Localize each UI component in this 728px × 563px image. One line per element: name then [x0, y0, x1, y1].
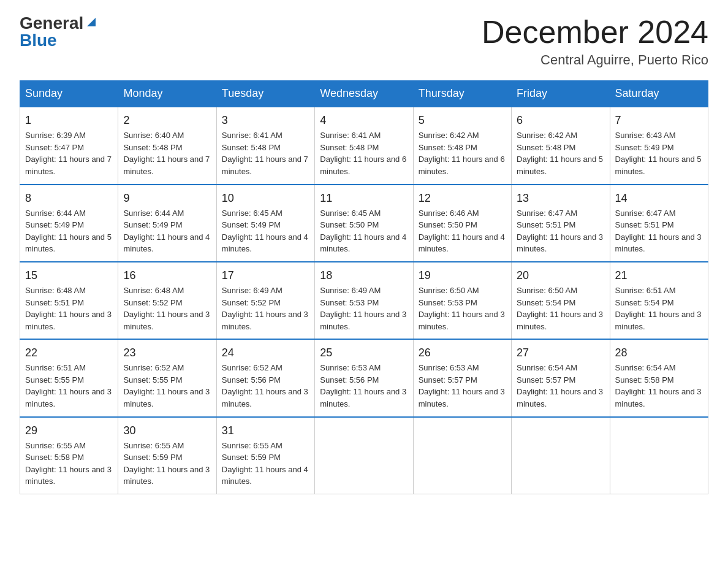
day-cell: 21Sunrise: 6:51 AMSunset: 5:54 PMDayligh…	[610, 262, 708, 339]
day-number: 18	[320, 267, 408, 283]
day-number: 15	[25, 267, 113, 283]
day-info: Sunrise: 6:52 AMSunset: 5:56 PMDaylight:…	[222, 363, 308, 408]
day-info: Sunrise: 6:39 AMSunset: 5:47 PMDaylight:…	[25, 131, 112, 176]
day-cell: 5Sunrise: 6:42 AMSunset: 5:48 PMDaylight…	[413, 107, 511, 184]
day-info: Sunrise: 6:55 AMSunset: 5:58 PMDaylight:…	[25, 441, 112, 486]
day-number: 13	[517, 190, 604, 206]
day-cell: 26Sunrise: 6:53 AMSunset: 5:57 PMDayligh…	[413, 339, 511, 416]
day-cell: 20Sunrise: 6:50 AMSunset: 5:54 PMDayligh…	[512, 262, 610, 339]
day-cell	[413, 417, 511, 494]
day-cell: 4Sunrise: 6:41 AMSunset: 5:48 PMDaylight…	[315, 107, 413, 184]
day-cell: 28Sunrise: 6:54 AMSunset: 5:58 PMDayligh…	[610, 339, 708, 416]
day-number: 24	[222, 345, 309, 361]
day-cell: 31Sunrise: 6:55 AMSunset: 5:59 PMDayligh…	[216, 417, 314, 494]
day-cell: 24Sunrise: 6:52 AMSunset: 5:56 PMDayligh…	[216, 339, 314, 416]
day-number: 27	[517, 345, 604, 361]
day-cell: 6Sunrise: 6:42 AMSunset: 5:48 PMDaylight…	[512, 107, 610, 184]
day-number: 1	[25, 112, 113, 128]
day-info: Sunrise: 6:54 AMSunset: 5:57 PMDaylight:…	[517, 363, 603, 408]
day-info: Sunrise: 6:53 AMSunset: 5:56 PMDaylight:…	[320, 363, 406, 408]
day-number: 8	[25, 190, 113, 206]
day-cell: 30Sunrise: 6:55 AMSunset: 5:59 PMDayligh…	[118, 417, 216, 494]
day-cell: 11Sunrise: 6:45 AMSunset: 5:50 PMDayligh…	[315, 185, 413, 262]
day-cell: 27Sunrise: 6:54 AMSunset: 5:57 PMDayligh…	[512, 339, 610, 416]
day-info: Sunrise: 6:55 AMSunset: 5:59 PMDaylight:…	[222, 441, 308, 486]
header-thursday: Thursday	[413, 81, 511, 107]
day-cell: 3Sunrise: 6:41 AMSunset: 5:48 PMDaylight…	[216, 107, 314, 184]
day-number: 5	[419, 112, 506, 128]
day-info: Sunrise: 6:41 AMSunset: 5:48 PMDaylight:…	[222, 131, 308, 176]
day-cell: 25Sunrise: 6:53 AMSunset: 5:56 PMDayligh…	[315, 339, 413, 416]
day-cell: 15Sunrise: 6:48 AMSunset: 5:51 PMDayligh…	[20, 262, 118, 339]
week-row-3: 15Sunrise: 6:48 AMSunset: 5:51 PMDayligh…	[20, 262, 708, 339]
day-info: Sunrise: 6:48 AMSunset: 5:52 PMDaylight:…	[123, 286, 210, 331]
logo-triangle-icon	[85, 15, 98, 29]
day-number: 12	[419, 190, 506, 206]
logo-general: General	[20, 15, 83, 32]
day-info: Sunrise: 6:47 AMSunset: 5:51 PMDaylight:…	[517, 209, 603, 254]
day-info: Sunrise: 6:42 AMSunset: 5:48 PMDaylight:…	[517, 131, 603, 176]
day-number: 29	[25, 423, 113, 439]
day-number: 3	[222, 112, 309, 128]
day-cell: 9Sunrise: 6:44 AMSunset: 5:49 PMDaylight…	[118, 185, 216, 262]
day-cell: 16Sunrise: 6:48 AMSunset: 5:52 PMDayligh…	[118, 262, 216, 339]
title-block: December 2024 Central Aguirre, Puerto Ri…	[482, 15, 708, 68]
day-number: 23	[123, 345, 211, 361]
day-number: 28	[615, 345, 703, 361]
day-cell: 18Sunrise: 6:49 AMSunset: 5:53 PMDayligh…	[315, 262, 413, 339]
day-info: Sunrise: 6:49 AMSunset: 5:53 PMDaylight:…	[320, 286, 406, 331]
day-cell: 19Sunrise: 6:50 AMSunset: 5:53 PMDayligh…	[413, 262, 511, 339]
logo-blue: Blue	[20, 32, 57, 49]
day-number: 17	[222, 267, 309, 283]
day-cell: 8Sunrise: 6:44 AMSunset: 5:49 PMDaylight…	[20, 185, 118, 262]
day-info: Sunrise: 6:51 AMSunset: 5:55 PMDaylight:…	[25, 363, 112, 408]
week-row-5: 29Sunrise: 6:55 AMSunset: 5:58 PMDayligh…	[20, 417, 708, 494]
day-info: Sunrise: 6:44 AMSunset: 5:49 PMDaylight:…	[25, 209, 112, 254]
day-info: Sunrise: 6:42 AMSunset: 5:48 PMDaylight:…	[419, 131, 505, 176]
day-cell	[512, 417, 610, 494]
week-row-1: 1Sunrise: 6:39 AMSunset: 5:47 PMDaylight…	[20, 107, 708, 184]
day-info: Sunrise: 6:44 AMSunset: 5:49 PMDaylight:…	[123, 209, 210, 254]
day-number: 16	[123, 267, 211, 283]
day-info: Sunrise: 6:48 AMSunset: 5:51 PMDaylight:…	[25, 286, 112, 331]
day-info: Sunrise: 6:45 AMSunset: 5:49 PMDaylight:…	[222, 209, 308, 254]
day-cell: 17Sunrise: 6:49 AMSunset: 5:52 PMDayligh…	[216, 262, 314, 339]
day-number: 25	[320, 345, 408, 361]
day-cell: 29Sunrise: 6:55 AMSunset: 5:58 PMDayligh…	[20, 417, 118, 494]
header-tuesday: Tuesday	[216, 81, 314, 107]
page-header: General Blue December 2024 Central Aguir…	[20, 15, 708, 68]
week-row-4: 22Sunrise: 6:51 AMSunset: 5:55 PMDayligh…	[20, 339, 708, 416]
day-number: 10	[222, 190, 309, 206]
day-number: 9	[123, 190, 211, 206]
header-wednesday: Wednesday	[315, 81, 413, 107]
day-info: Sunrise: 6:40 AMSunset: 5:48 PMDaylight:…	[123, 131, 210, 176]
week-row-2: 8Sunrise: 6:44 AMSunset: 5:49 PMDaylight…	[20, 185, 708, 262]
day-number: 14	[615, 190, 703, 206]
header-saturday: Saturday	[610, 81, 708, 107]
day-header-row: SundayMondayTuesdayWednesdayThursdayFrid…	[20, 81, 708, 107]
day-info: Sunrise: 6:49 AMSunset: 5:52 PMDaylight:…	[222, 286, 308, 331]
day-cell: 12Sunrise: 6:46 AMSunset: 5:50 PMDayligh…	[413, 185, 511, 262]
day-cell: 23Sunrise: 6:52 AMSunset: 5:55 PMDayligh…	[118, 339, 216, 416]
calendar-subtitle: Central Aguirre, Puerto Rico	[482, 52, 708, 68]
day-number: 6	[517, 112, 604, 128]
day-number: 11	[320, 190, 408, 206]
day-cell: 13Sunrise: 6:47 AMSunset: 5:51 PMDayligh…	[512, 185, 610, 262]
header-sunday: Sunday	[20, 81, 118, 107]
day-info: Sunrise: 6:47 AMSunset: 5:51 PMDaylight:…	[615, 209, 702, 254]
day-number: 20	[517, 267, 604, 283]
day-cell: 22Sunrise: 6:51 AMSunset: 5:55 PMDayligh…	[20, 339, 118, 416]
day-info: Sunrise: 6:50 AMSunset: 5:54 PMDaylight:…	[517, 286, 603, 331]
day-info: Sunrise: 6:53 AMSunset: 5:57 PMDaylight:…	[419, 363, 505, 408]
svg-marker-0	[87, 18, 96, 26]
day-number: 7	[615, 112, 703, 128]
day-cell: 10Sunrise: 6:45 AMSunset: 5:49 PMDayligh…	[216, 185, 314, 262]
header-monday: Monday	[118, 81, 216, 107]
day-cell	[610, 417, 708, 494]
calendar-table: SundayMondayTuesdayWednesdayThursdayFrid…	[20, 80, 708, 494]
day-number: 19	[419, 267, 506, 283]
day-number: 4	[320, 112, 408, 128]
day-number: 21	[615, 267, 703, 283]
day-info: Sunrise: 6:51 AMSunset: 5:54 PMDaylight:…	[615, 286, 702, 331]
header-friday: Friday	[512, 81, 610, 107]
